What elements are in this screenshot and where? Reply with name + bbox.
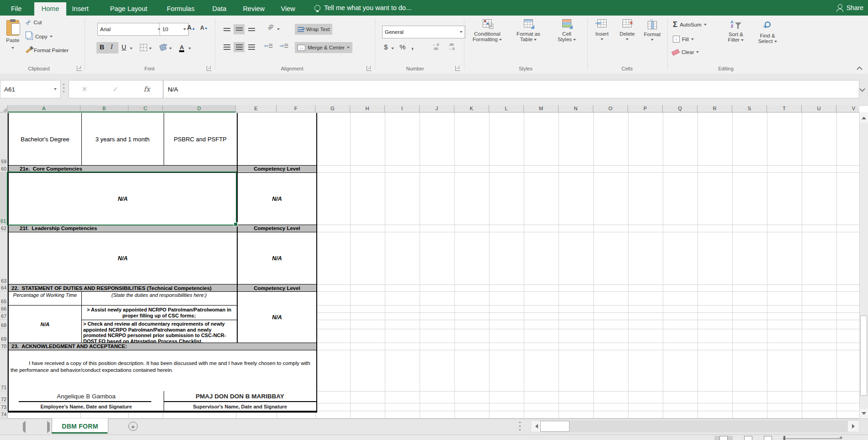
sheet-tab-dbm-form[interactable]: DBM FORM <box>52 419 108 434</box>
cell-employee-caption[interactable]: Employee's Name, Date and Signature <box>9 402 164 410</box>
cell-percentage-header[interactable]: Percentage of Working Time <box>11 292 80 306</box>
column-header-K[interactable]: K <box>454 105 489 113</box>
font-name-combo[interactable]: Arial <box>97 23 163 36</box>
row-header-72[interactable]: 72 <box>0 391 8 403</box>
column-header-E[interactable]: E <box>236 105 277 113</box>
column-header-D[interactable]: D <box>163 105 236 113</box>
format-as-table-button[interactable]: Format as Table <box>511 19 546 42</box>
cell-22-label[interactable]: 22. STATEMENT OF DUTIES AND RESPONSIBILI… <box>11 284 237 291</box>
expand-formula-bar-button[interactable] <box>860 85 864 93</box>
row-header-68[interactable]: 68 <box>0 320 8 329</box>
collapse-ribbon-button[interactable] <box>857 65 862 73</box>
find-select-button[interactable]: Find & Select <box>753 20 782 44</box>
cell-percentage-value[interactable]: N/A <box>9 320 81 329</box>
column-header-H[interactable]: H <box>350 105 385 113</box>
column-header-L[interactable]: L <box>489 105 524 113</box>
merge-center-button[interactable]: ↔ Merge & Center <box>295 42 352 53</box>
row-header-66[interactable]: 66 <box>0 305 8 312</box>
format-cells-button[interactable]: ↔ Format <box>640 19 665 41</box>
column-header-Q[interactable]: Q <box>663 105 698 113</box>
italic-button[interactable]: I <box>111 43 113 51</box>
column-header-R[interactable]: R <box>698 105 732 113</box>
bottom-align-button[interactable] <box>246 24 257 34</box>
cut-button[interactable]: ✂ Cut <box>26 19 42 26</box>
tab-scroll-splitter[interactable] <box>519 422 521 431</box>
increase-indent-button[interactable]: ⇨☰ <box>280 43 288 49</box>
insert-cells-button[interactable]: ⇦ Insert <box>590 19 614 40</box>
decrease-font-button[interactable]: A▼ <box>200 25 208 31</box>
row-header-63[interactable]: 63 <box>0 232 8 284</box>
column-header-B[interactable]: B <box>80 105 128 113</box>
cell-styles-button[interactable]: Cell Styles <box>551 19 583 42</box>
increase-decimal-button[interactable]: ←.0.00 <box>429 41 442 54</box>
column-header-I[interactable]: I <box>385 105 420 113</box>
align-center-button[interactable] <box>234 42 245 52</box>
vertical-scroll-thumb[interactable] <box>860 316 867 396</box>
ribbon-tab-insert[interactable]: Insert <box>65 2 96 16</box>
enter-icon[interactable]: ✓ <box>112 85 118 93</box>
fill-color-button[interactable] <box>160 44 166 52</box>
middle-align-button[interactable] <box>234 24 245 34</box>
cell-a59[interactable]: Bachelor's Degree <box>9 113 81 165</box>
page-break-view-button[interactable] <box>759 436 777 440</box>
row-header-64[interactable]: 64 <box>0 284 8 291</box>
row-header-62[interactable]: 62 <box>0 225 8 232</box>
formula-bar-splitter[interactable] <box>63 84 64 95</box>
column-header-T[interactable]: T <box>767 105 802 113</box>
cell-supervisor-name[interactable]: PMAJ DON DON B MARIBBAY <box>164 389 316 401</box>
cell-23-label[interactable]: 23. ACKNOWLEDGMENT AND ACCEPTANCE: <box>11 343 316 350</box>
cell-e63-level[interactable]: N/A <box>238 232 316 284</box>
horizontal-scrollbar[interactable] <box>531 420 859 432</box>
ribbon-tab-file[interactable]: File <box>4 2 29 16</box>
cell-21f-level-header[interactable]: Competency Level <box>238 225 316 232</box>
zoom-in-button[interactable]: + <box>839 435 843 440</box>
underline-button[interactable]: U <box>122 43 126 51</box>
copy-button[interactable]: Copy <box>26 33 53 40</box>
column-header-A[interactable]: A <box>8 105 80 113</box>
row-header-67[interactable]: 67 <box>0 312 8 320</box>
cell-21e-level-header[interactable]: Competency Level <box>238 165 316 172</box>
decrease-indent-button[interactable]: ⇦☰ <box>264 43 273 49</box>
column-header-N[interactable]: N <box>559 105 593 113</box>
ribbon-tab-page-layout[interactable]: Page Layout <box>103 2 154 16</box>
row-header-70[interactable]: 70 <box>0 343 8 350</box>
cell-duties-header[interactable]: (State the duties and responsibilities h… <box>81 292 237 306</box>
bold-button[interactable]: B <box>100 43 104 51</box>
cell-a63-leadership-competencies[interactable]: N/A <box>9 232 237 284</box>
align-right-button[interactable] <box>246 42 257 52</box>
paste-button[interactable]: Paste <box>3 19 23 51</box>
scroll-right-button[interactable] <box>848 421 859 432</box>
number-dialog-launcher[interactable] <box>455 66 460 71</box>
borders-button[interactable] <box>140 44 147 53</box>
column-header-G[interactable]: G <box>315 105 350 113</box>
ribbon-tab-home[interactable]: Home <box>34 2 67 16</box>
insert-function-icon[interactable]: fx <box>144 85 150 93</box>
ribbon-tab-data[interactable]: Data <box>205 2 234 16</box>
cell-b59[interactable]: 3 years and 1 month <box>81 113 164 165</box>
ribbon-tab-view[interactable]: View <box>274 2 303 16</box>
ribbon-tab-formulas[interactable]: Formulas <box>160 2 202 16</box>
row-header-73[interactable]: 73 <box>0 403 8 411</box>
clear-button[interactable]: Clear <box>672 49 699 55</box>
tell-me-box[interactable]: Tell me what you want to do... <box>314 0 411 16</box>
top-align-button[interactable] <box>221 24 232 34</box>
new-sheet-button[interactable]: + <box>128 422 138 431</box>
prev-sheet-button[interactable] <box>23 423 26 431</box>
row-header-59[interactable]: 59 <box>0 113 8 165</box>
orientation-button[interactable]: ab <box>266 22 275 31</box>
sort-filter-button[interactable]: AZ Sort & Filter <box>721 20 751 43</box>
cancel-icon[interactable]: ✕ <box>82 85 88 93</box>
cell-employee-name[interactable]: Angelique B Gamboa <box>9 389 164 401</box>
cell-21f-label[interactable]: 21f. Leadership Competencies <box>20 225 237 232</box>
cell-duty-1[interactable]: > Assist newly appointed NCRPO Patrolman… <box>85 306 233 320</box>
horizontal-scroll-thumb[interactable] <box>540 421 570 432</box>
delete-cells-button[interactable]: ✕ Delete <box>615 19 639 40</box>
normal-view-button[interactable] <box>714 436 733 440</box>
column-header-J[interactable]: J <box>420 105 454 113</box>
cell-duty-2[interactable]: > Check and review all documentary requi… <box>83 320 236 343</box>
font-color-button[interactable]: A <box>179 43 184 52</box>
wrap-text-button[interactable]: Wrap Text <box>295 24 332 35</box>
next-sheet-button[interactable] <box>47 423 50 431</box>
cell-22-level-header[interactable]: Competency Level <box>238 284 316 291</box>
autosum-button[interactable]: Σ AutoSum <box>673 21 707 28</box>
